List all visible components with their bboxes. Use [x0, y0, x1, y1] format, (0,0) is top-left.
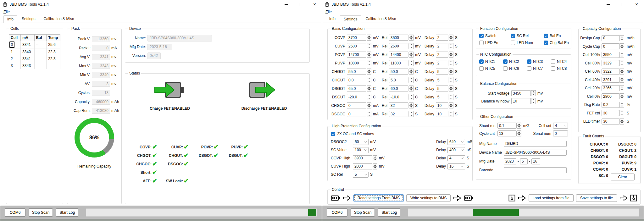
- menu-file[interactable]: File: [325, 10, 332, 14]
- spin-down-button[interactable]: [449, 46, 453, 49]
- spin-down-button[interactable]: [373, 167, 377, 169]
- cell-row[interactable]: 1 3340 -- 22.3: [9, 48, 60, 55]
- tab-calibration-misc[interactable]: Calibration & Misc: [362, 15, 400, 23]
- cell-row[interactable]: 0 3341 -- 25.6: [9, 41, 60, 48]
- spin-up-button[interactable]: [619, 43, 624, 47]
- value-input[interactable]: 3322: [602, 69, 619, 75]
- checkbox[interactable]: [511, 34, 515, 38]
- spin-up-button[interactable]: [531, 98, 536, 101]
- spin-up-button[interactable]: [367, 94, 371, 97]
- spin-down-button[interactable]: [531, 101, 536, 104]
- spin-up-button[interactable]: [619, 60, 624, 63]
- value-input[interactable]: 3550: [602, 52, 619, 58]
- minimize-button[interactable]: [279, 0, 293, 8]
- device-name-input[interactable]: JBD-SP04S060-300A-L4S: [504, 150, 567, 156]
- spin-down-button[interactable]: [449, 114, 453, 117]
- spin-up-button[interactable]: [409, 43, 414, 46]
- spin-down-button[interactable]: [409, 38, 414, 41]
- cell-index[interactable]: 0: [9, 41, 15, 48]
- tab-calibration-misc[interactable]: Calibration & Misc: [40, 15, 78, 23]
- spin-up-button[interactable]: [619, 52, 624, 55]
- stop-scan-button[interactable]: Stop Scan: [29, 208, 53, 217]
- spin-down-button[interactable]: [619, 80, 624, 83]
- dsgoc2-delay-select[interactable]: 640: [447, 139, 465, 145]
- spin-up-button[interactable]: [619, 102, 624, 105]
- checkbox[interactable]: [479, 34, 484, 38]
- delay-input[interactable]: 2: [436, 35, 448, 41]
- spin-down-button[interactable]: [373, 158, 377, 161]
- spin-down-button[interactable]: [619, 38, 624, 41]
- spin-down-button[interactable]: [531, 93, 536, 96]
- value-input[interactable]: 14700: [347, 52, 366, 58]
- write-settings-button[interactable]: Write settings to BMS: [406, 194, 451, 202]
- delay-input[interactable]: 5: [436, 69, 448, 75]
- rel-input[interactable]: -10.0: [389, 94, 408, 100]
- spin-up-button[interactable]: [409, 86, 414, 89]
- checkbox[interactable]: [511, 41, 515, 45]
- value-input[interactable]: 2500: [347, 43, 366, 49]
- spin-down-button[interactable]: [619, 88, 624, 91]
- value-input[interactable]: 3700: [347, 35, 366, 41]
- spin-down-button[interactable]: [367, 38, 371, 41]
- spin-up-button[interactable]: [619, 35, 624, 38]
- value-input[interactable]: 65.0: [347, 86, 366, 91]
- spin-up-button[interactable]: [449, 52, 453, 55]
- spin-up-button[interactable]: [517, 123, 522, 126]
- close-button[interactable]: ✕: [630, 0, 644, 8]
- rel-input[interactable]: 14400: [389, 52, 408, 58]
- spin-up-button[interactable]: [409, 111, 414, 114]
- delay-input[interactable]: 5: [436, 86, 448, 91]
- tab-settings[interactable]: Settings: [18, 15, 39, 23]
- delay-input[interactable]: 2: [436, 43, 448, 49]
- value-input[interactable]: 30: [602, 119, 619, 124]
- mfg-date-year-input[interactable]: 2023: [504, 158, 516, 164]
- spin-down-button[interactable]: [367, 46, 371, 49]
- covp-high-input[interactable]: 3900: [353, 155, 372, 161]
- spin-up-button[interactable]: [367, 52, 371, 55]
- delay-input[interactable]: 2: [436, 60, 448, 66]
- spin-up-button[interactable]: [449, 77, 453, 80]
- cell-index[interactable]: 2: [9, 55, 21, 62]
- covp-high-delay-select[interactable]: 4: [447, 155, 465, 161]
- spin-up-button[interactable]: [367, 111, 371, 114]
- value-input[interactable]: 0: [347, 102, 366, 108]
- rel-input[interactable]: 32: [389, 102, 408, 108]
- spin-down-button[interactable]: [367, 80, 371, 83]
- com-port-button[interactable]: COM6: [5, 208, 25, 217]
- minimize-button[interactable]: [601, 0, 615, 8]
- maximize-button[interactable]: [615, 0, 630, 8]
- spin-up-button[interactable]: [619, 110, 624, 113]
- spin-down-button[interactable]: [619, 55, 624, 58]
- value-input[interactable]: 0: [347, 111, 366, 117]
- spin-down-button[interactable]: [367, 89, 371, 91]
- value-input[interactable]: 0.0: [347, 77, 366, 83]
- spin-up-button[interactable]: [449, 102, 453, 106]
- spin-up-button[interactable]: [449, 94, 453, 97]
- clear-faults-button[interactable]: Clear: [611, 174, 635, 180]
- spin-down-button[interactable]: [449, 80, 453, 83]
- rel-input[interactable]: 60.0: [389, 86, 408, 91]
- sc-rel-select[interactable]: 5: [353, 172, 369, 178]
- spin-down-button[interactable]: [367, 114, 371, 117]
- spin-up-button[interactable]: [449, 35, 453, 38]
- tab-info[interactable]: Info: [325, 15, 339, 23]
- stop-scan-button[interactable]: Stop Scan: [351, 208, 375, 217]
- spin-up-button[interactable]: [367, 86, 371, 89]
- spin-up-button[interactable]: [619, 119, 624, 122]
- spin-down-button[interactable]: [449, 97, 453, 100]
- spin-up-button[interactable]: [619, 85, 624, 88]
- checkbox[interactable]: [479, 59, 484, 64]
- value-input[interactable]: 55.0: [347, 69, 366, 75]
- rel-input[interactable]: 50.0: [389, 69, 408, 75]
- close-button[interactable]: ✕: [308, 0, 322, 8]
- spin-down-button[interactable]: [367, 97, 371, 100]
- spin-up-button[interactable]: [367, 35, 371, 38]
- checkbox[interactable]: [527, 66, 531, 71]
- value-input[interactable]: 30: [602, 110, 619, 116]
- spin-down-button[interactable]: [449, 106, 453, 108]
- sc-value-delay-select[interactable]: 400: [447, 147, 465, 153]
- spin-up-button[interactable]: [409, 77, 414, 80]
- spin-up-button[interactable]: [373, 163, 377, 167]
- spin-up-button[interactable]: [409, 94, 414, 97]
- value-input[interactable]: 2800: [602, 93, 619, 99]
